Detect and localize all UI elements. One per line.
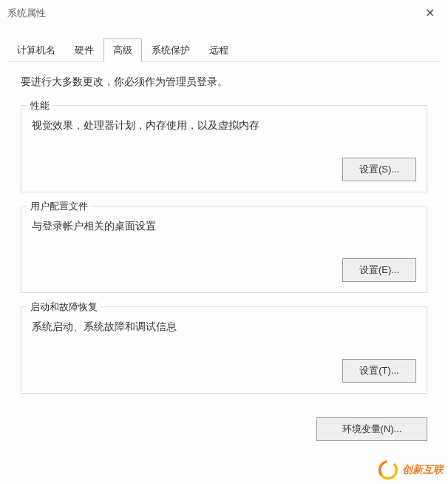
group-startup-recovery-actions: 设置(T)... [32, 359, 416, 383]
group-startup-recovery: 启动和故障恢复 系统启动、系统故障和调试信息 设置(T)... [21, 306, 427, 394]
env-row: 环境变量(N)... [0, 414, 448, 448]
intro-text: 要进行大多数更改，你必须作为管理员登录。 [21, 75, 427, 89]
window-title: 系统属性 [7, 7, 46, 20]
group-performance: 性能 视觉效果，处理器计划，内存使用，以及虚拟内存 设置(S)... [21, 105, 427, 192]
titlebar: 系统属性 ✕ [0, 0, 448, 26]
group-startup-recovery-legend: 启动和故障恢复 [27, 300, 101, 314]
group-performance-actions: 设置(S)... [32, 158, 416, 181]
startup-recovery-settings-button[interactable]: 设置(T)... [342, 359, 416, 383]
tab-computer-name[interactable]: 计算机名 [7, 38, 65, 62]
watermark-logo-icon [379, 460, 398, 480]
tab-advanced[interactable]: 高级 [103, 38, 142, 62]
tab-hardware[interactable]: 硬件 [65, 38, 103, 62]
group-user-profiles-legend: 用户配置文件 [27, 200, 91, 213]
group-performance-legend: 性能 [27, 99, 52, 112]
tab-content: 要进行大多数更改，你必须作为管理员登录。 性能 视觉效果，处理器计划，内存使用，… [0, 62, 448, 414]
close-icon[interactable]: ✕ [419, 4, 441, 21]
tab-remote[interactable]: 远程 [200, 38, 238, 62]
tab-system-protection[interactable]: 系统保护 [142, 38, 200, 62]
group-user-profiles-desc: 与登录帐户相关的桌面设置 [32, 220, 416, 233]
group-user-profiles-actions: 设置(E)... [32, 258, 416, 282]
group-user-profiles: 用户配置文件 与登录帐户相关的桌面设置 设置(E)... [21, 206, 427, 293]
user-profiles-settings-button[interactable]: 设置(E)... [342, 258, 416, 282]
watermark-text: 创新互联 [402, 463, 444, 477]
tab-strip: 计算机名 硬件 高级 系统保护 远程 [7, 38, 441, 62]
watermark: 创新互联 [379, 460, 444, 480]
performance-settings-button[interactable]: 设置(S)... [342, 158, 416, 181]
group-startup-recovery-desc: 系统启动、系统故障和调试信息 [32, 320, 416, 334]
group-performance-desc: 视觉效果，处理器计划，内存使用，以及虚拟内存 [32, 119, 416, 132]
environment-variables-button[interactable]: 环境变量(N)... [316, 417, 427, 441]
